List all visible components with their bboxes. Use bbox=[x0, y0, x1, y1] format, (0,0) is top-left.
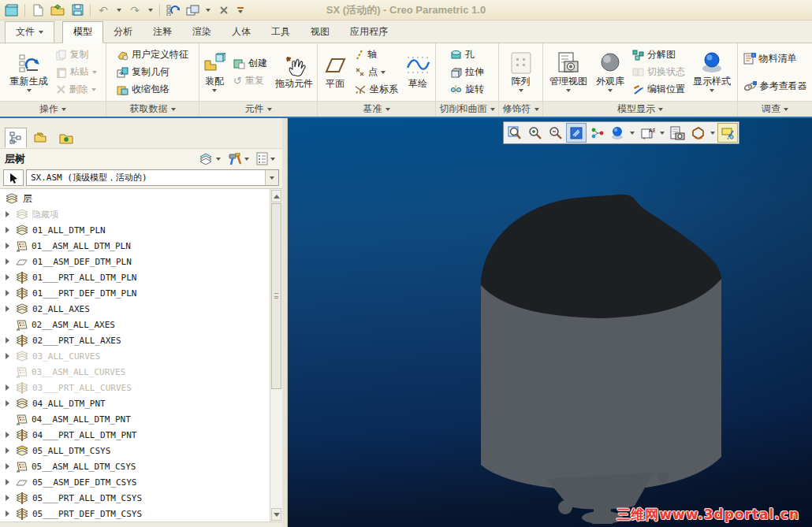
expand-arrow-icon[interactable] bbox=[3, 337, 11, 343]
appearance-dropdown[interactable] bbox=[608, 89, 613, 92]
model-canvas[interactable] bbox=[288, 118, 812, 527]
tree-item[interactable]: 02__ASM_ALL_AXES bbox=[3, 317, 270, 332]
repaint-button[interactable] bbox=[566, 123, 587, 143]
expand-arrow-icon[interactable] bbox=[3, 384, 11, 391]
tab-favorites[interactable] bbox=[55, 128, 77, 148]
tree-item[interactable]: 04__ASM_ALL_DTM_PNT bbox=[3, 411, 270, 427]
zoom-region-button[interactable] bbox=[505, 123, 525, 143]
group-label-components[interactable]: 元件 bbox=[199, 101, 317, 117]
csys-button[interactable]: 坐标系 bbox=[352, 81, 400, 98]
tree-item[interactable]: 03___PRT_ALL_CURVES bbox=[3, 380, 270, 395]
redo-dropdown[interactable] bbox=[146, 2, 155, 18]
expand-arrow-icon[interactable] bbox=[3, 306, 11, 312]
tree-scrollbar[interactable] bbox=[270, 189, 282, 521]
window-dropdown[interactable] bbox=[203, 2, 213, 18]
scroll-up-icon[interactable] bbox=[271, 190, 281, 202]
extrude-button[interactable]: 拉伸 bbox=[448, 64, 486, 80]
tab-analysis[interactable]: 分析 bbox=[103, 22, 143, 43]
datum-display-button[interactable] bbox=[587, 123, 607, 143]
expand-arrow-icon[interactable] bbox=[3, 447, 11, 454]
assemble-button[interactable]: 装配 bbox=[200, 51, 229, 93]
regenerate-button[interactable]: 重新生成 bbox=[7, 51, 51, 93]
tree-item[interactable]: 01___PRT_DEF_DTM_PLN bbox=[3, 285, 270, 301]
expand-arrow-icon[interactable] bbox=[3, 274, 11, 280]
saved-views-button[interactable] bbox=[667, 123, 687, 143]
layer-display-button[interactable] bbox=[196, 151, 223, 166]
tree-item[interactable]: 05___PRT_DEF_DTM_CSYS bbox=[3, 506, 270, 521]
expand-arrow-icon[interactable] bbox=[3, 400, 11, 406]
group-label-modifiers[interactable]: 修饰符 bbox=[499, 101, 542, 117]
axis-button[interactable]: 轴 bbox=[352, 46, 400, 63]
appearance-gallery-button[interactable]: 外观库 bbox=[593, 51, 628, 93]
point-button[interactable]: 点 bbox=[352, 64, 400, 80]
graphics-viewport[interactable]: AB 三维网www.3dportal.c bbox=[288, 118, 812, 527]
tree-item[interactable]: 01___PRT_ALL_DTM_PLN bbox=[3, 269, 270, 285]
tree-item[interactable]: 02___PRT_ALL_AXES bbox=[3, 332, 270, 348]
annotation-display-dropdown[interactable] bbox=[657, 123, 667, 143]
expand-arrow-icon[interactable] bbox=[3, 432, 11, 438]
undo-button[interactable]: ↶ bbox=[95, 2, 112, 18]
expand-arrow-icon[interactable] bbox=[3, 463, 11, 469]
app-icon[interactable] bbox=[3, 2, 20, 18]
sketch-button[interactable]: 草绘 bbox=[403, 54, 433, 91]
redo-button[interactable]: ↷ bbox=[126, 2, 143, 18]
tab-annotate[interactable]: 注释 bbox=[143, 22, 182, 43]
toggle-status-button[interactable]: 切换状态 bbox=[630, 64, 687, 80]
tab-tools[interactable]: 工具 bbox=[261, 22, 300, 43]
expand-arrow-icon[interactable] bbox=[3, 353, 11, 359]
group-label-get-data[interactable]: 获取数据 bbox=[106, 101, 199, 117]
tree-item[interactable]: 隐藏项 bbox=[3, 206, 270, 222]
repeat-button[interactable]: ↺重复 bbox=[231, 72, 270, 89]
save-button[interactable] bbox=[69, 2, 86, 18]
tree-item[interactable]: 03__ASM_ALL_CURVES bbox=[3, 364, 270, 380]
layer-tree-root[interactable]: 层 bbox=[3, 191, 270, 206]
bom-button[interactable]: i物料清单 bbox=[741, 50, 810, 67]
expand-arrow-icon[interactable] bbox=[3, 510, 11, 517]
display-style-toggle-button[interactable] bbox=[607, 123, 628, 143]
display-style-dropdown[interactable] bbox=[710, 89, 714, 92]
tree-item[interactable]: 02_ALL_AXES bbox=[3, 301, 270, 317]
scroll-down-icon[interactable] bbox=[271, 508, 281, 521]
revolve-button[interactable]: 旋转 bbox=[448, 81, 486, 98]
view-orientation-button[interactable] bbox=[687, 123, 708, 143]
tree-item[interactable]: 03_ALL_CURVES bbox=[3, 348, 270, 364]
exploded-view-button[interactable]: 分解图 bbox=[630, 46, 687, 63]
active-model-combobox[interactable]: SX.ASM (顶级模型，活动的) bbox=[26, 169, 279, 186]
scrollbar-thumb[interactable] bbox=[271, 203, 281, 389]
tree-item[interactable]: 01__ASM_DEF_DTM_PLN bbox=[3, 254, 270, 269]
open-button[interactable] bbox=[49, 2, 66, 18]
tree-item[interactable]: 01_ALL_DTM_PLN bbox=[3, 222, 270, 238]
assemble-dropdown[interactable] bbox=[212, 89, 217, 92]
tab-render[interactable]: 渲染 bbox=[182, 22, 222, 43]
group-label-model-display[interactable]: 模型显示 bbox=[543, 101, 737, 117]
expand-arrow-icon[interactable] bbox=[3, 290, 11, 296]
tab-model[interactable]: 模型 bbox=[62, 21, 103, 43]
tree-item[interactable]: 05__ASM_ALL_DTM_CSYS bbox=[3, 458, 270, 474]
tree-item[interactable]: 05_ALL_DTM_CSYS bbox=[3, 443, 270, 458]
tab-file[interactable]: 文件 bbox=[5, 21, 54, 43]
tab-folder-browser[interactable] bbox=[30, 128, 52, 148]
tree-item[interactable]: 05__ASM_DEF_DTM_CSYS bbox=[3, 474, 270, 490]
combobox-dropdown-icon[interactable] bbox=[265, 170, 278, 185]
new-file-button[interactable] bbox=[29, 2, 47, 18]
annotation-display-button[interactable]: AB bbox=[637, 123, 657, 143]
tab-applications[interactable]: 应用程序 bbox=[340, 22, 398, 43]
udf-button[interactable]: 用户定义特征 bbox=[114, 46, 191, 63]
reference-viewer-button[interactable]: 参考查看器 bbox=[741, 78, 810, 95]
expand-arrow-icon[interactable] bbox=[3, 479, 11, 485]
group-label-investigate[interactable]: 调查 bbox=[738, 101, 812, 117]
customize-quick-access-button[interactable] bbox=[235, 2, 246, 18]
expand-arrow-icon[interactable] bbox=[3, 258, 11, 265]
pattern-button[interactable]: 阵列 bbox=[506, 51, 536, 93]
tree-item[interactable]: 04_ALL_DTM_PNT bbox=[3, 395, 270, 411]
expand-arrow-icon[interactable] bbox=[3, 227, 11, 233]
close-window-button[interactable] bbox=[215, 2, 233, 18]
tab-view[interactable]: 视图 bbox=[300, 22, 340, 43]
drag-component-button[interactable]: 拖动元件 bbox=[272, 54, 316, 91]
hole-button[interactable]: 孔 bbox=[448, 46, 486, 63]
expand-arrow-icon[interactable] bbox=[3, 211, 11, 217]
create-button[interactable]: 创建 bbox=[231, 55, 270, 72]
delete-button[interactable]: 删除 bbox=[54, 81, 99, 98]
copy-button[interactable]: 复制 bbox=[54, 46, 99, 63]
view-orientation-dropdown[interactable] bbox=[708, 123, 717, 143]
